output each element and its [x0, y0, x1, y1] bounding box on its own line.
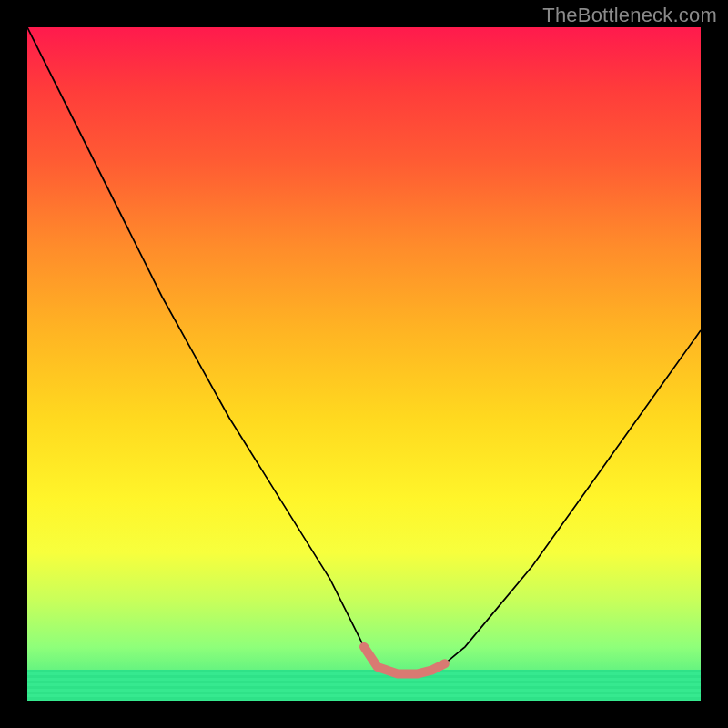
watermark-text: TheBottleneck.com — [542, 4, 717, 27]
highlight-segment-path — [364, 647, 445, 674]
plot-area — [27, 27, 701, 701]
bottleneck-curve-svg — [27, 27, 701, 701]
bottleneck-curve-path — [27, 27, 701, 673]
chart-frame: TheBottleneck.com — [0, 0, 728, 728]
